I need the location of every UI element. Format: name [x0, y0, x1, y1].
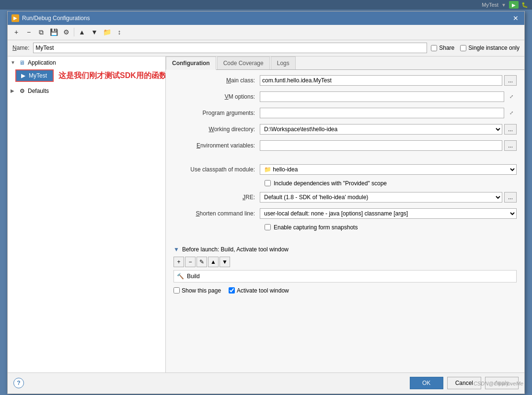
- env-vars-browse-button[interactable]: ...: [504, 140, 517, 151]
- annotation-text: 这是我们刚才测试SDK用的函数，其实已经可以删掉了: [57, 69, 166, 83]
- main-class-browse-button[interactable]: ...: [504, 75, 517, 86]
- vm-options-expand-button[interactable]: ⤢: [506, 91, 517, 102]
- sort-button[interactable]: ↕: [114, 26, 125, 38]
- activate-window-checkbox-label[interactable]: Activate tool window: [229, 287, 289, 294]
- working-dir-label: Working directory:: [173, 126, 260, 133]
- single-instance-checkbox[interactable]: [460, 45, 466, 51]
- section-divider: [173, 156, 517, 164]
- save-config-button[interactable]: 💾: [48, 26, 59, 38]
- working-dir-browse-button[interactable]: ...: [504, 124, 517, 135]
- env-vars-input[interactable]: [260, 140, 502, 151]
- env-vars-row: Environment variables: ...: [173, 140, 517, 151]
- name-bar: Name: Share Single instance only: [8, 40, 524, 56]
- tree-item-defaults[interactable]: ▶ ⚙ Defaults: [8, 85, 165, 97]
- share-checkbox-label[interactable]: Share: [431, 45, 454, 51]
- debug-icon[interactable]: 🐛: [521, 2, 528, 8]
- program-args-expand-button[interactable]: ⤢: [506, 108, 517, 118]
- before-launch-add-button[interactable]: +: [173, 257, 184, 267]
- single-instance-label: Single instance only: [468, 45, 520, 51]
- before-launch-up-button[interactable]: ▲: [208, 257, 219, 267]
- dialog-footer: ? OK Cancel Apply: [8, 372, 524, 394]
- before-launch-section: ▼ Before launch: Build, Activate tool wi…: [173, 246, 517, 294]
- main-class-label: Main class:: [173, 77, 260, 84]
- gear-button[interactable]: ⚙: [60, 26, 72, 38]
- application-label: Application: [28, 59, 56, 66]
- activate-window-checkbox[interactable]: [229, 287, 235, 293]
- classpath-module-select[interactable]: 📁 hello-idea: [260, 164, 517, 175]
- footer-left: ?: [13, 378, 24, 388]
- show-page-checkbox[interactable]: [173, 287, 180, 293]
- shorten-cmd-select[interactable]: user-local default: none - java [options…: [260, 208, 517, 219]
- mytest-icon: ▶: [19, 72, 27, 79]
- vm-options-label: VM options:: [173, 93, 260, 100]
- classpath-module-label: Use classpath of module:: [173, 166, 260, 173]
- mytest-label: MyTest: [29, 72, 47, 79]
- folder-button[interactable]: 📁: [101, 26, 113, 38]
- classpath-module-row: Use classpath of module: 📁 hello-idea: [173, 164, 517, 175]
- before-launch-remove-button[interactable]: −: [185, 257, 196, 267]
- include-deps-label: Include dependencies with "Provided" sco…: [274, 180, 387, 187]
- application-icon: 🖥: [18, 59, 26, 67]
- section-divider-2: [173, 236, 517, 243]
- jre-browse-button[interactable]: ...: [504, 192, 517, 203]
- enable-snapshots-checkbox[interactable]: [265, 224, 271, 230]
- build-row: 🔨 Build: [173, 270, 517, 282]
- tabs-bar: Configuration Code Coverage Logs: [166, 56, 524, 70]
- include-deps-checkbox[interactable]: [265, 180, 271, 186]
- show-page-label: Show this page: [182, 287, 221, 294]
- main-content: ▼ 🖥 Application ▶ MyTest 这是我们刚才测试SDK用的函数…: [8, 56, 524, 372]
- before-launch-toolbar: + − ✎ ▲ ▼: [173, 257, 517, 267]
- name-input[interactable]: [33, 43, 427, 53]
- close-button[interactable]: ✕: [511, 13, 520, 23]
- tab-code-coverage[interactable]: Code Coverage: [217, 56, 270, 69]
- share-label: Share: [439, 45, 454, 51]
- single-instance-checkbox-label[interactable]: Single instance only: [460, 45, 520, 51]
- folder-icon: 📁: [103, 28, 111, 36]
- jre-row: JRE: Default (1.8 - SDK of 'hello-idea' …: [173, 192, 517, 203]
- plus-icon: +: [14, 28, 18, 36]
- working-dir-field-group: D:\Workspace\test\hello-idea ...: [260, 124, 517, 135]
- move-down-button[interactable]: ▼: [89, 26, 100, 38]
- ide-top-bar: MyTest ▼ ▶ 🐛: [0, 0, 532, 10]
- move-up-button[interactable]: ▲: [76, 26, 88, 38]
- ok-button[interactable]: OK: [410, 377, 443, 389]
- include-deps-row: Include dependencies with "Provided" sco…: [265, 180, 517, 187]
- shorten-cmd-label: Shorten command line:: [173, 210, 260, 217]
- jre-select[interactable]: Default (1.8 - SDK of 'hello-idea' modul…: [260, 192, 502, 203]
- main-class-field-group: ...: [260, 75, 517, 86]
- copy-config-button[interactable]: ⧉: [35, 26, 47, 38]
- show-page-checkbox-label[interactable]: Show this page: [173, 287, 221, 294]
- before-launch-edit-button[interactable]: ✎: [197, 257, 207, 267]
- build-icon: 🔨: [177, 273, 184, 280]
- working-dir-select[interactable]: D:\Workspace\test\hello-idea: [260, 124, 502, 135]
- chevron-down-icon: ▼: [501, 2, 506, 8]
- add-config-button[interactable]: +: [11, 26, 22, 38]
- main-class-input[interactable]: [260, 75, 502, 86]
- tab-logs-label: Logs: [277, 60, 289, 67]
- before-launch-down-button[interactable]: ▼: [220, 257, 230, 267]
- share-checkbox[interactable]: [431, 45, 437, 51]
- minus-icon: −: [27, 28, 31, 36]
- shorten-cmd-select-group: user-local default: none - java [options…: [260, 208, 517, 219]
- program-args-row: Program arguments: ⤢: [173, 107, 517, 119]
- program-args-input[interactable]: [260, 108, 504, 118]
- share-area: Share Single instance only: [431, 45, 520, 51]
- env-vars-field-group: ...: [260, 140, 517, 151]
- env-vars-label: Environment variables:: [173, 142, 260, 149]
- save-icon: 💾: [50, 28, 58, 36]
- tree-item-mytest[interactable]: ▶ MyTest: [15, 69, 54, 82]
- tab-logs[interactable]: Logs: [271, 56, 296, 69]
- tab-configuration-label: Configuration: [172, 60, 210, 67]
- help-button[interactable]: ?: [13, 378, 24, 388]
- remove-config-button[interactable]: −: [23, 26, 35, 38]
- tree-item-application[interactable]: ▼ 🖥 Application: [8, 56, 165, 69]
- vm-options-input[interactable]: [260, 91, 504, 102]
- enable-snapshots-label: Enable capturing form snapshots: [274, 224, 358, 231]
- bottom-options: Show this page Activate tool window: [173, 287, 517, 294]
- tab-configuration[interactable]: Configuration: [166, 56, 216, 70]
- run-button[interactable]: ▶: [509, 1, 519, 9]
- dialog-icon: ▶: [12, 14, 19, 22]
- shorten-cmd-row: Shorten command line: user-local default…: [173, 208, 517, 219]
- program-args-label: Program arguments:: [173, 110, 260, 116]
- enable-snapshots-row: Enable capturing form snapshots: [265, 224, 517, 231]
